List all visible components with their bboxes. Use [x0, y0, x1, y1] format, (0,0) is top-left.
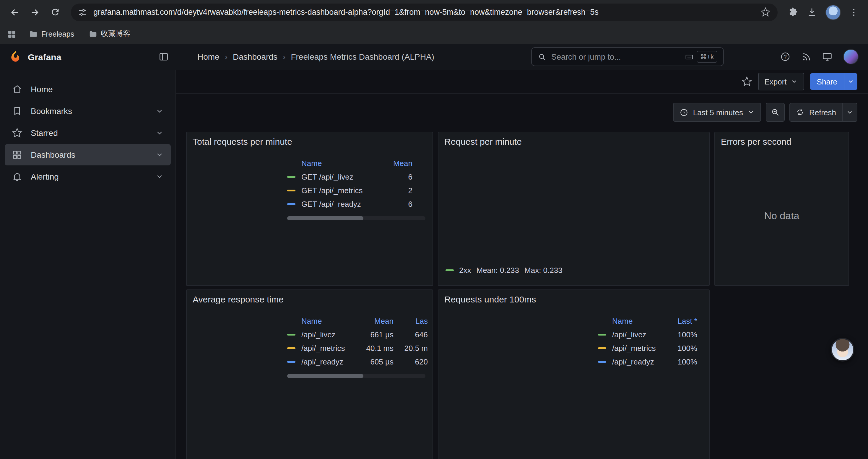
series-color-swatch [287, 203, 296, 205]
sidebar-item-label: Home [31, 85, 53, 94]
forward-button[interactable] [26, 3, 44, 21]
svg-text:?: ? [784, 54, 786, 59]
panel-average-response-time: Average response time Name Mean Las /api… [186, 290, 433, 459]
sidebar-item-home[interactable]: Home [5, 78, 171, 100]
apps-grid-icon[interactable] [7, 29, 17, 39]
refresh-interval-caret[interactable] [842, 103, 857, 121]
dock-sidebar-icon[interactable] [158, 52, 169, 62]
zoom-out-icon [771, 107, 780, 117]
time-range-picker[interactable]: Last 5 minutes [673, 103, 761, 122]
legend-header-name[interactable]: Name [301, 316, 351, 325]
series-color-swatch [287, 176, 296, 178]
bookmark-icon [12, 106, 23, 117]
user-avatar[interactable] [843, 49, 859, 64]
series-last: 100% [678, 357, 698, 366]
sidebar-item-label: Alerting [31, 172, 59, 182]
breadcrumb-dashboards[interactable]: Dashboards [233, 52, 277, 61]
series-name: GET /api/_livez [301, 172, 408, 182]
legend-scrollbar[interactable] [287, 374, 426, 378]
caret-down-icon [791, 78, 798, 85]
assistant-avatar[interactable] [831, 338, 855, 362]
bookmark-item[interactable]: Freeleaps [24, 28, 80, 40]
legend-header-mean[interactable]: Mean [393, 159, 412, 167]
legend-row[interactable]: /api/_metrics 40.1 ms 20.5 m [287, 341, 428, 355]
series-name[interactable]: 2xx [459, 266, 471, 275]
clock-icon [680, 108, 688, 117]
panel-request-per-minute: Request per minute 2xx Mean: 0.233 Max: … [438, 132, 710, 286]
share-menu-caret[interactable] [844, 73, 857, 90]
scrollbar-thumb[interactable] [287, 374, 363, 378]
sidebar-item-dashboards[interactable]: Dashboards [5, 144, 171, 165]
legend-scrollbar[interactable] [287, 216, 426, 220]
search-placeholder: Search or jump to... [551, 52, 680, 61]
chevron-down-icon[interactable] [155, 107, 164, 115]
legend-row[interactable]: /api/_readyz 605 µs 620 [287, 355, 428, 369]
series-max: Max: 0.233 [524, 266, 562, 275]
series-color-swatch [598, 347, 606, 349]
sidebar-item-starred[interactable]: Starred [5, 122, 171, 143]
folder-icon [88, 30, 97, 38]
screen: grafana.mathmast.com/d/deytv4rwavabkb/fr… [0, 0, 868, 459]
bookmark-label: Freeleaps [41, 30, 74, 38]
site-info-icon[interactable] [78, 7, 88, 17]
legend-row[interactable]: /api/_metrics 100% [598, 341, 697, 355]
browser-menu-icon[interactable] [849, 7, 859, 17]
series-color-swatch [287, 190, 296, 191]
panel-legend: Name Mean Las /api/_livez 661 µs 646 [287, 314, 428, 369]
panel-errors-per-second: Errors per second No data [714, 132, 849, 286]
series-color-swatch [445, 269, 454, 271]
bookmark-item[interactable]: 收藏博客 [83, 27, 135, 41]
grafana-logo[interactable] [8, 50, 22, 64]
legend-header-name[interactable]: Name [612, 316, 678, 325]
refresh-button[interactable]: Refresh [790, 103, 857, 122]
extensions-icon[interactable] [788, 7, 798, 17]
series-color-swatch [287, 361, 296, 363]
legend-header-last[interactable]: Las [394, 316, 428, 325]
caret-down-icon [748, 109, 755, 116]
chevron-down-icon[interactable] [155, 172, 164, 181]
series-color-swatch [598, 361, 606, 363]
monitor-icon[interactable] [822, 52, 833, 62]
sidebar-item-bookmarks[interactable]: Bookmarks [5, 100, 171, 122]
legend-row[interactable]: /api/_livez 661 µs 646 [287, 328, 428, 341]
panel-legend: 2xx Mean: 0.233 Max: 0.233 [445, 266, 562, 275]
legend-header-mean[interactable]: Mean [351, 316, 394, 325]
download-icon[interactable] [807, 7, 817, 18]
search-input[interactable]: Search or jump to... ⌘+k [531, 47, 724, 66]
chevron-down-icon[interactable] [155, 129, 164, 137]
export-button[interactable]: Export [758, 73, 804, 90]
bookmark-star-icon[interactable] [761, 7, 771, 17]
legend-row[interactable]: GET /api/_readyz 6 [287, 197, 412, 211]
chevron-down-icon[interactable] [155, 151, 164, 159]
legend-row[interactable]: GET /api/_livez 6 [287, 170, 412, 184]
scrollbar-thumb[interactable] [287, 216, 363, 220]
url-text[interactable]: grafana.mathmast.com/d/deytv4rwavabkb/fr… [93, 8, 754, 17]
panel-title[interactable]: Errors per second [721, 136, 791, 146]
browser-profile-avatar[interactable] [826, 4, 841, 20]
series-name: GET /api/_readyz [301, 200, 408, 208]
panel-requests-under-100ms: Requests under 100ms Name Last * /api/_l… [438, 290, 710, 459]
reload-button[interactable] [46, 3, 64, 21]
legend-row[interactable]: /api/_readyz 100% [598, 355, 697, 369]
back-button[interactable] [6, 3, 24, 21]
series-mean: 40.1 ms [366, 344, 394, 353]
news-rss-icon[interactable] [801, 52, 811, 62]
zoom-out-button[interactable] [766, 103, 785, 122]
favorite-star-icon[interactable] [741, 76, 752, 87]
legend-header-name[interactable]: Name [301, 159, 393, 167]
sidebar-item-alerting[interactable]: Alerting [5, 166, 171, 187]
panel-legend: Name Mean GET /api/_livez 6 GET /api/_me… [287, 156, 412, 211]
search-icon [538, 52, 547, 61]
breadcrumb-home[interactable]: Home [197, 52, 219, 61]
breadcrumb-current: Freeleaps Metrics Dashboard (ALPHA) [291, 52, 434, 61]
legend-row[interactable]: /api/_livez 100% [598, 328, 697, 341]
share-button[interactable]: Share [810, 73, 857, 90]
dashboard-controls: Last 5 minutes Refresh [673, 103, 857, 122]
address-bar[interactable]: grafana.mathmast.com/d/deytv4rwavabkb/fr… [71, 3, 778, 21]
series-last: 100% [678, 330, 698, 339]
panel-total-requests-per-minute: Total requests per minute Name Mean GET … [186, 132, 433, 286]
legend-row[interactable]: GET /api/_metrics 2 [287, 184, 412, 197]
legend-header-last[interactable]: Last * [678, 316, 698, 325]
help-icon[interactable]: ? [780, 52, 790, 62]
bell-icon [12, 171, 23, 182]
